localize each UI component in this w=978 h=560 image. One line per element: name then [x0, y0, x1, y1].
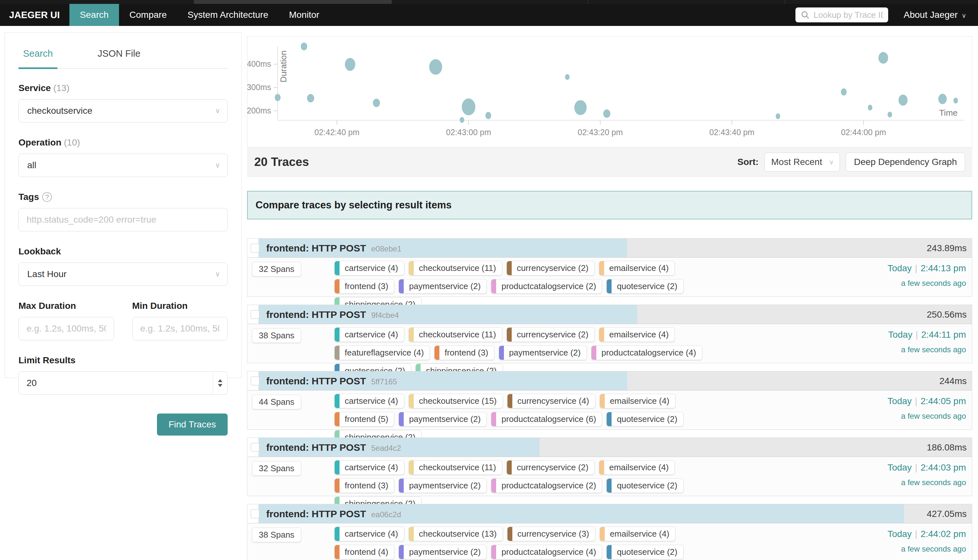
max-duration-input[interactable]	[18, 317, 114, 340]
service-tag[interactable]: frontend (3)	[334, 478, 394, 493]
trace-scatter-point[interactable]	[574, 100, 587, 115]
tab-search[interactable]: Search	[18, 45, 57, 69]
service-tag[interactable]: emailservice (4)	[599, 527, 676, 541]
service-tag-label: checkoutservice (15)	[414, 396, 502, 406]
service-tag[interactable]: featureflagservice (4)	[334, 345, 430, 360]
service-tag[interactable]: quoteservice (2)	[606, 412, 683, 427]
trace-scatter-point[interactable]	[301, 42, 307, 50]
service-tag[interactable]: frontend (3)	[434, 345, 494, 360]
operation-select[interactable]: all ∨	[18, 153, 228, 177]
service-tag[interactable]: quoteservice (2)	[606, 478, 683, 493]
trace-scatter-point[interactable]	[868, 105, 872, 110]
service-tag[interactable]: paymentservice (2)	[399, 545, 487, 559]
service-tag[interactable]: checkoutservice (11)	[409, 327, 502, 342]
trace-card-header[interactable]: frontend: HTTP POST 5ff7165 244ms	[247, 372, 972, 390]
trace-scatter-point[interactable]	[603, 110, 610, 118]
trace-scatter-point[interactable]	[938, 94, 947, 104]
trace-scatter-point[interactable]	[373, 99, 380, 107]
service-tag[interactable]: frontend (4)	[334, 545, 394, 559]
trace-scatter-point[interactable]	[345, 58, 355, 71]
service-tag[interactable]: currencyservice (2)	[507, 327, 595, 342]
trace-scatter-point[interactable]	[307, 94, 314, 102]
nav-item-compare[interactable]: Compare	[119, 4, 177, 26]
service-tag[interactable]: currencyservice (2)	[507, 261, 595, 275]
service-tag[interactable]: paymentservice (2)	[399, 478, 487, 493]
service-tag[interactable]: currencyservice (3)	[507, 527, 595, 541]
service-color-strip	[399, 412, 404, 426]
trace-scatter-point[interactable]	[888, 112, 892, 118]
stepper-up-icon[interactable]	[218, 379, 222, 382]
service-tag[interactable]: emailservice (4)	[599, 327, 675, 342]
service-tag[interactable]: frontend (3)	[334, 279, 394, 293]
stepper-down-icon[interactable]	[218, 384, 222, 387]
trace-scatter-point[interactable]	[953, 98, 958, 103]
trace-scatter-point[interactable]	[878, 52, 888, 64]
trace-scatter-point[interactable]	[460, 117, 464, 123]
deep-dependency-graph-button[interactable]: Deep Dependency Graph	[846, 153, 965, 172]
service-tag[interactable]: cartservice (4)	[334, 394, 404, 408]
service-tag[interactable]: frontend (5)	[334, 412, 394, 427]
trace-card-header[interactable]: frontend: HTTP POST 5ead4c2 186.08ms	[247, 438, 972, 457]
service-tag-label: emailservice (4)	[604, 263, 675, 273]
trace-card-header[interactable]: frontend: HTTP POST e08ebe1 243.89ms	[247, 238, 972, 258]
trace-select-checkbox[interactable]	[251, 310, 259, 319]
service-tag[interactable]: paymentservice (2)	[499, 345, 587, 360]
service-tag[interactable]: emailservice (4)	[599, 460, 675, 475]
trace-scatter-point[interactable]	[275, 94, 280, 101]
service-tag[interactable]: emailservice (4)	[599, 261, 675, 275]
service-tag[interactable]: productcatalogservice (4)	[491, 545, 602, 559]
nav-item-monitor[interactable]: Monitor	[279, 4, 329, 26]
service-tag[interactable]: productcatalogservice (4)	[591, 345, 703, 360]
service-tag[interactable]: cartservice (4)	[334, 527, 404, 541]
service-tag[interactable]: productcatalogservice (2)	[491, 279, 602, 293]
trace-scatter-point[interactable]	[899, 95, 908, 106]
x-tick-label: 02:42:40 pm	[315, 128, 360, 137]
service-tag[interactable]: checkoutservice (11)	[409, 460, 502, 475]
help-icon[interactable]: ?	[42, 192, 52, 202]
limit-results-input[interactable]	[18, 372, 228, 395]
service-select[interactable]: checkoutservice ∨	[18, 99, 228, 122]
nav-item-system-architecture[interactable]: System Architecture	[177, 4, 279, 26]
service-tag[interactable]: currencyservice (2)	[507, 460, 595, 475]
trace-card-header[interactable]: frontend: HTTP POST 9f4cbe4 250.56ms	[247, 305, 972, 324]
min-duration-input[interactable]	[132, 317, 228, 340]
service-tag[interactable]: checkoutservice (11)	[409, 261, 502, 275]
trace-card-header[interactable]: frontend: HTTP POST ea06c2d 427.05ms	[247, 504, 972, 523]
service-color-strip	[335, 328, 339, 342]
trace-scatter-point[interactable]	[429, 59, 442, 75]
trace-duration: 186.08ms	[927, 438, 967, 457]
service-tag[interactable]: checkoutservice (13)	[409, 527, 503, 541]
nav-item-search[interactable]: Search	[69, 4, 119, 26]
trace-scatter-point[interactable]	[565, 74, 570, 80]
trace-scatter-point[interactable]	[462, 98, 476, 115]
about-jaeger-menu[interactable]: About Jaeger∨	[904, 10, 966, 20]
trace-scatter-point[interactable]	[486, 112, 491, 119]
service-tag[interactable]: paymentservice (2)	[399, 412, 487, 427]
service-tag[interactable]: paymentservice (2)	[399, 279, 487, 293]
trace-select-checkbox[interactable]	[251, 510, 259, 518]
service-tag[interactable]: cartservice (4)	[334, 460, 404, 475]
service-tag[interactable]: quoteservice (2)	[606, 279, 683, 293]
service-tag[interactable]: currencyservice (4)	[507, 394, 595, 408]
service-tag[interactable]: emailservice (4)	[599, 394, 676, 408]
service-tag[interactable]: productcatalogservice (2)	[491, 478, 602, 493]
lookback-select[interactable]: Last Hour ∨	[18, 262, 228, 286]
trace-select-checkbox[interactable]	[251, 443, 259, 452]
trace-scatter-point[interactable]	[776, 113, 780, 119]
number-stepper[interactable]	[213, 372, 227, 394]
trace-select-checkbox[interactable]	[251, 377, 259, 385]
sort-select[interactable]: Most Recent ∨	[764, 153, 840, 172]
service-tag[interactable]: cartservice (4)	[334, 327, 404, 342]
service-tags: cartservice (4)checkoutservice (15)curre…	[334, 394, 730, 445]
trace-lookup-box[interactable]	[795, 7, 888, 22]
service-tag[interactable]: productcatalogservice (6)	[491, 412, 602, 427]
trace-scatter-point[interactable]	[841, 88, 847, 96]
tab-json-file[interactable]: JSON File	[93, 45, 145, 68]
trace-select-checkbox[interactable]	[251, 244, 259, 252]
trace-lookup-input[interactable]	[814, 10, 883, 20]
service-tag[interactable]: quoteservice (2)	[606, 545, 683, 559]
tags-input[interactable]	[18, 208, 228, 232]
service-tag[interactable]: checkoutservice (15)	[409, 394, 503, 408]
service-tag[interactable]: cartservice (4)	[334, 261, 404, 275]
find-traces-button[interactable]: Find Traces	[157, 413, 228, 435]
